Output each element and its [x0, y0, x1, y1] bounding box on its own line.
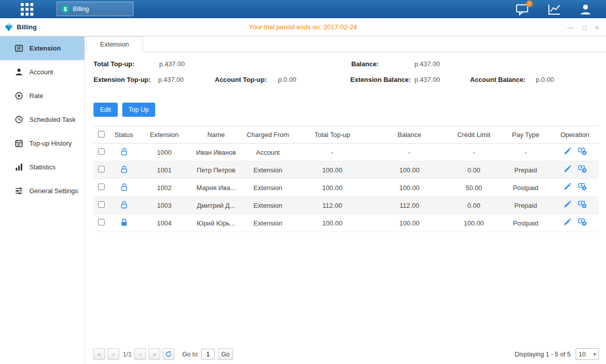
row-checkbox[interactable] — [98, 219, 105, 225]
first-page-button[interactable]: « — [94, 348, 105, 360]
column-header-total-topup: Total Top-up — [293, 126, 371, 144]
topup-icon[interactable] — [578, 201, 587, 208]
sidebar-item-label: General Settings — [29, 187, 78, 195]
total-topup-cell: 100.00 — [293, 179, 371, 197]
dollar-icon: $ — [61, 5, 69, 13]
pay-type-cell: Prepaid — [500, 197, 551, 214]
topup-icon[interactable] — [578, 148, 587, 155]
sidebar-item-account[interactable]: Account — [0, 60, 84, 84]
unlocked-icon — [120, 201, 128, 209]
credit-limit-cell: 50.00 — [447, 179, 500, 197]
total-topup-cell: - — [293, 144, 371, 161]
last-page-button[interactable]: » — [149, 348, 160, 360]
name-cell: Дмитрий Д... — [190, 197, 243, 214]
action-buttons: Edit Top Up — [94, 103, 606, 117]
pay-type-cell: Prepaid — [500, 161, 551, 179]
table-row: 1000Иван ИвановAccount---- — [94, 144, 599, 161]
sidebar-item-general-settings[interactable]: General Settings — [0, 179, 84, 203]
prev-page-button[interactable]: ‹ — [108, 348, 119, 360]
edit-icon[interactable] — [564, 148, 571, 155]
credit-limit-cell: 0.00 — [447, 197, 500, 214]
edit-icon[interactable] — [564, 165, 571, 173]
row-checkbox[interactable] — [98, 184, 105, 190]
table-row: 1001Петр ПетровExtension100.00100.000.00… — [94, 161, 599, 179]
bar-chart-icon — [15, 163, 24, 171]
row-checkbox[interactable] — [98, 201, 105, 208]
top-up-button[interactable]: Top Up — [122, 103, 156, 117]
operation-cell — [551, 161, 599, 179]
topup-icon[interactable] — [578, 218, 587, 226]
extension-balance-value: p.437.00 — [414, 76, 440, 83]
credit-limit-cell: 0.00 — [447, 161, 500, 179]
sidebar-item-rate[interactable]: Rate — [0, 84, 84, 108]
extension-cell: 1000 — [139, 144, 190, 161]
go-button[interactable]: Go — [218, 348, 233, 360]
topbar-tab-label: Billing — [73, 6, 89, 13]
row-checkbox[interactable] — [98, 166, 105, 172]
sidebar-item-topup-history[interactable]: Top-up History — [0, 131, 84, 155]
edit-icon[interactable] — [564, 201, 571, 208]
sidebar-item-statistics[interactable]: Statistics — [0, 155, 84, 179]
topup-icon[interactable] — [578, 183, 587, 191]
displaying-info: Displaying 1 - 5 of 5 — [515, 351, 571, 358]
charged-from-cell: Extension — [243, 161, 293, 179]
calendar-history-icon — [15, 139, 24, 148]
next-page-button[interactable]: › — [134, 348, 146, 360]
column-header-pay-type: Pay Type — [500, 126, 551, 144]
app-body: Extension Account Rate Scheduled Task — [0, 36, 606, 364]
tab-extension[interactable]: Extension — [86, 36, 143, 52]
balance-cell: 100.00 — [371, 179, 447, 197]
edit-icon[interactable] — [564, 218, 571, 226]
goto-page-input[interactable] — [201, 349, 215, 359]
select-all-checkbox[interactable] — [98, 131, 105, 138]
sidebar-item-scheduled-task[interactable]: Scheduled Task — [0, 108, 84, 131]
sliders-icon — [15, 187, 24, 195]
credit-limit-cell: 100.00 — [447, 214, 500, 232]
balance-value: p.437.00 — [414, 60, 440, 68]
column-header-charged-from: Charged From — [243, 126, 293, 144]
minimize-button[interactable]: — — [568, 24, 574, 31]
table-row: 1004Юрий Юрь...Extension100.00100.00100.… — [94, 214, 599, 232]
edit-icon[interactable] — [564, 183, 571, 191]
reports-chart-icon[interactable] — [547, 3, 561, 16]
column-header-extension: Extension — [139, 126, 190, 144]
billing-gem-icon — [5, 23, 13, 31]
status-cell — [109, 197, 139, 214]
pay-type-cell: Postpaid — [500, 214, 551, 232]
total-topup-cell: 100.00 — [293, 161, 371, 179]
column-header-name: Name — [190, 126, 243, 144]
extension-topup-value: p.437.00 — [158, 76, 184, 83]
person-icon — [15, 68, 24, 76]
page-indicator: 1/1 — [123, 351, 131, 358]
total-topup-cell: 112.00 — [293, 197, 371, 214]
account-topup-value: p.0.00 — [278, 76, 296, 83]
operation-cell — [551, 214, 599, 232]
close-button[interactable]: × — [595, 24, 599, 31]
row-checkbox[interactable] — [98, 148, 105, 155]
refresh-button[interactable] — [163, 348, 174, 360]
maximize-button[interactable]: □ — [583, 24, 587, 31]
window-title: Billing — [17, 23, 37, 31]
topbar-tab-billing[interactable]: $ Billing — [57, 2, 133, 16]
extension-cell: 1001 — [139, 161, 190, 179]
billing-app-window: $ Billing ! — [0, 0, 606, 364]
topup-icon[interactable] — [578, 165, 587, 173]
status-cell — [109, 144, 139, 161]
operation-cell — [551, 197, 599, 214]
name-cell: Мария Ива... — [190, 179, 243, 197]
tabstrip: Extension — [85, 36, 606, 52]
topbar-actions: ! — [516, 0, 592, 18]
messages-icon[interactable]: ! — [516, 3, 529, 16]
status-cell — [109, 179, 139, 197]
page-size-select[interactable]: 10 ▾ — [576, 348, 599, 360]
pagination-right: Displaying 1 - 5 of 5 10 ▾ — [515, 348, 599, 360]
total-topup-label: Total Top-up: — [94, 60, 134, 68]
user-icon[interactable] — [579, 3, 592, 16]
sidebar-item-extension[interactable]: Extension — [0, 36, 84, 60]
pagination-bar: « ‹ 1/1 › » Go to Go Displaying 1 - 5 of… — [94, 348, 599, 360]
edit-button[interactable]: Edit — [94, 103, 118, 117]
summary-panel: Total Top-up: p.437.00 Balance: p.437.00… — [85, 60, 606, 94]
column-header-credit-limit: Credit Limit — [447, 126, 500, 144]
balance-cell: 100.00 — [371, 214, 447, 232]
apps-grid-icon[interactable] — [20, 3, 34, 16]
